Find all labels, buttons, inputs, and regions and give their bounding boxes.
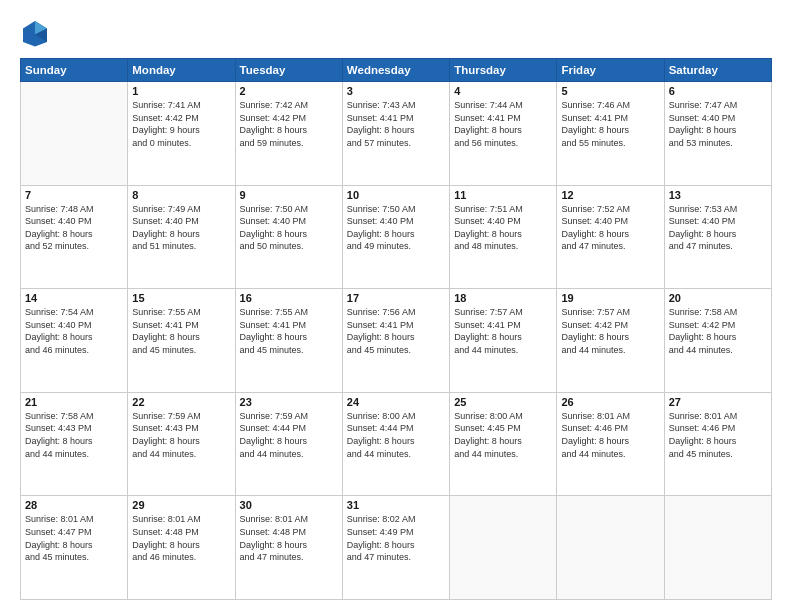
day-info: Sunrise: 7:55 AM Sunset: 4:41 PM Dayligh…: [240, 306, 338, 356]
day-number: 8: [132, 189, 230, 201]
day-cell: 4Sunrise: 7:44 AM Sunset: 4:41 PM Daylig…: [450, 82, 557, 186]
day-info: Sunrise: 7:55 AM Sunset: 4:41 PM Dayligh…: [132, 306, 230, 356]
day-info: Sunrise: 8:00 AM Sunset: 4:44 PM Dayligh…: [347, 410, 445, 460]
day-info: Sunrise: 7:43 AM Sunset: 4:41 PM Dayligh…: [347, 99, 445, 149]
day-number: 7: [25, 189, 123, 201]
day-cell: 14Sunrise: 7:54 AM Sunset: 4:40 PM Dayli…: [21, 289, 128, 393]
day-info: Sunrise: 8:02 AM Sunset: 4:49 PM Dayligh…: [347, 513, 445, 563]
weekday-header-friday: Friday: [557, 59, 664, 82]
weekday-header-tuesday: Tuesday: [235, 59, 342, 82]
day-cell: 30Sunrise: 8:01 AM Sunset: 4:48 PM Dayli…: [235, 496, 342, 600]
day-number: 3: [347, 85, 445, 97]
day-cell: [450, 496, 557, 600]
day-number: 27: [669, 396, 767, 408]
week-row-5: 28Sunrise: 8:01 AM Sunset: 4:47 PM Dayli…: [21, 496, 772, 600]
week-row-4: 21Sunrise: 7:58 AM Sunset: 4:43 PM Dayli…: [21, 392, 772, 496]
day-cell: 13Sunrise: 7:53 AM Sunset: 4:40 PM Dayli…: [664, 185, 771, 289]
day-info: Sunrise: 7:50 AM Sunset: 4:40 PM Dayligh…: [347, 203, 445, 253]
day-cell: 28Sunrise: 8:01 AM Sunset: 4:47 PM Dayli…: [21, 496, 128, 600]
day-cell: [557, 496, 664, 600]
day-info: Sunrise: 8:01 AM Sunset: 4:47 PM Dayligh…: [25, 513, 123, 563]
day-cell: 9Sunrise: 7:50 AM Sunset: 4:40 PM Daylig…: [235, 185, 342, 289]
day-cell: [664, 496, 771, 600]
day-info: Sunrise: 7:57 AM Sunset: 4:41 PM Dayligh…: [454, 306, 552, 356]
day-number: 9: [240, 189, 338, 201]
day-number: 24: [347, 396, 445, 408]
day-cell: 22Sunrise: 7:59 AM Sunset: 4:43 PM Dayli…: [128, 392, 235, 496]
day-number: 16: [240, 292, 338, 304]
day-info: Sunrise: 7:58 AM Sunset: 4:43 PM Dayligh…: [25, 410, 123, 460]
day-number: 15: [132, 292, 230, 304]
day-number: 31: [347, 499, 445, 511]
day-cell: 16Sunrise: 7:55 AM Sunset: 4:41 PM Dayli…: [235, 289, 342, 393]
week-row-1: 1Sunrise: 7:41 AM Sunset: 4:42 PM Daylig…: [21, 82, 772, 186]
day-number: 30: [240, 499, 338, 511]
day-info: Sunrise: 7:59 AM Sunset: 4:43 PM Dayligh…: [132, 410, 230, 460]
day-info: Sunrise: 7:47 AM Sunset: 4:40 PM Dayligh…: [669, 99, 767, 149]
day-cell: 8Sunrise: 7:49 AM Sunset: 4:40 PM Daylig…: [128, 185, 235, 289]
day-cell: 21Sunrise: 7:58 AM Sunset: 4:43 PM Dayli…: [21, 392, 128, 496]
day-number: 29: [132, 499, 230, 511]
day-cell: 7Sunrise: 7:48 AM Sunset: 4:40 PM Daylig…: [21, 185, 128, 289]
day-cell: 1Sunrise: 7:41 AM Sunset: 4:42 PM Daylig…: [128, 82, 235, 186]
day-cell: 12Sunrise: 7:52 AM Sunset: 4:40 PM Dayli…: [557, 185, 664, 289]
day-cell: 3Sunrise: 7:43 AM Sunset: 4:41 PM Daylig…: [342, 82, 449, 186]
day-cell: 23Sunrise: 7:59 AM Sunset: 4:44 PM Dayli…: [235, 392, 342, 496]
weekday-header-row: SundayMondayTuesdayWednesdayThursdayFrid…: [21, 59, 772, 82]
day-cell: 19Sunrise: 7:57 AM Sunset: 4:42 PM Dayli…: [557, 289, 664, 393]
day-cell: [21, 82, 128, 186]
day-info: Sunrise: 7:59 AM Sunset: 4:44 PM Dayligh…: [240, 410, 338, 460]
calendar-table: SundayMondayTuesdayWednesdayThursdayFrid…: [20, 58, 772, 600]
day-cell: 10Sunrise: 7:50 AM Sunset: 4:40 PM Dayli…: [342, 185, 449, 289]
day-cell: 25Sunrise: 8:00 AM Sunset: 4:45 PM Dayli…: [450, 392, 557, 496]
day-cell: 5Sunrise: 7:46 AM Sunset: 4:41 PM Daylig…: [557, 82, 664, 186]
day-info: Sunrise: 8:01 AM Sunset: 4:46 PM Dayligh…: [561, 410, 659, 460]
day-cell: 29Sunrise: 8:01 AM Sunset: 4:48 PM Dayli…: [128, 496, 235, 600]
day-info: Sunrise: 7:41 AM Sunset: 4:42 PM Dayligh…: [132, 99, 230, 149]
weekday-header-monday: Monday: [128, 59, 235, 82]
day-cell: 31Sunrise: 8:02 AM Sunset: 4:49 PM Dayli…: [342, 496, 449, 600]
day-cell: 27Sunrise: 8:01 AM Sunset: 4:46 PM Dayli…: [664, 392, 771, 496]
day-number: 13: [669, 189, 767, 201]
day-number: 17: [347, 292, 445, 304]
day-number: 21: [25, 396, 123, 408]
day-info: Sunrise: 7:52 AM Sunset: 4:40 PM Dayligh…: [561, 203, 659, 253]
day-number: 1: [132, 85, 230, 97]
day-number: 12: [561, 189, 659, 201]
day-info: Sunrise: 8:00 AM Sunset: 4:45 PM Dayligh…: [454, 410, 552, 460]
day-number: 6: [669, 85, 767, 97]
day-cell: 17Sunrise: 7:56 AM Sunset: 4:41 PM Dayli…: [342, 289, 449, 393]
weekday-header-saturday: Saturday: [664, 59, 771, 82]
day-cell: 6Sunrise: 7:47 AM Sunset: 4:40 PM Daylig…: [664, 82, 771, 186]
day-number: 14: [25, 292, 123, 304]
day-number: 11: [454, 189, 552, 201]
day-info: Sunrise: 7:44 AM Sunset: 4:41 PM Dayligh…: [454, 99, 552, 149]
day-info: Sunrise: 7:56 AM Sunset: 4:41 PM Dayligh…: [347, 306, 445, 356]
day-number: 23: [240, 396, 338, 408]
day-info: Sunrise: 7:54 AM Sunset: 4:40 PM Dayligh…: [25, 306, 123, 356]
day-number: 25: [454, 396, 552, 408]
logo-icon: [20, 18, 50, 48]
day-info: Sunrise: 8:01 AM Sunset: 4:48 PM Dayligh…: [240, 513, 338, 563]
day-number: 22: [132, 396, 230, 408]
day-number: 20: [669, 292, 767, 304]
day-info: Sunrise: 7:46 AM Sunset: 4:41 PM Dayligh…: [561, 99, 659, 149]
page: SundayMondayTuesdayWednesdayThursdayFrid…: [0, 0, 792, 612]
day-cell: 20Sunrise: 7:58 AM Sunset: 4:42 PM Dayli…: [664, 289, 771, 393]
day-cell: 15Sunrise: 7:55 AM Sunset: 4:41 PM Dayli…: [128, 289, 235, 393]
week-row-3: 14Sunrise: 7:54 AM Sunset: 4:40 PM Dayli…: [21, 289, 772, 393]
day-number: 10: [347, 189, 445, 201]
day-info: Sunrise: 7:51 AM Sunset: 4:40 PM Dayligh…: [454, 203, 552, 253]
weekday-header-sunday: Sunday: [21, 59, 128, 82]
day-cell: 2Sunrise: 7:42 AM Sunset: 4:42 PM Daylig…: [235, 82, 342, 186]
day-number: 4: [454, 85, 552, 97]
day-info: Sunrise: 7:53 AM Sunset: 4:40 PM Dayligh…: [669, 203, 767, 253]
week-row-2: 7Sunrise: 7:48 AM Sunset: 4:40 PM Daylig…: [21, 185, 772, 289]
day-info: Sunrise: 7:48 AM Sunset: 4:40 PM Dayligh…: [25, 203, 123, 253]
day-number: 2: [240, 85, 338, 97]
day-info: Sunrise: 7:42 AM Sunset: 4:42 PM Dayligh…: [240, 99, 338, 149]
day-info: Sunrise: 7:58 AM Sunset: 4:42 PM Dayligh…: [669, 306, 767, 356]
day-info: Sunrise: 7:57 AM Sunset: 4:42 PM Dayligh…: [561, 306, 659, 356]
day-cell: 26Sunrise: 8:01 AM Sunset: 4:46 PM Dayli…: [557, 392, 664, 496]
day-number: 26: [561, 396, 659, 408]
